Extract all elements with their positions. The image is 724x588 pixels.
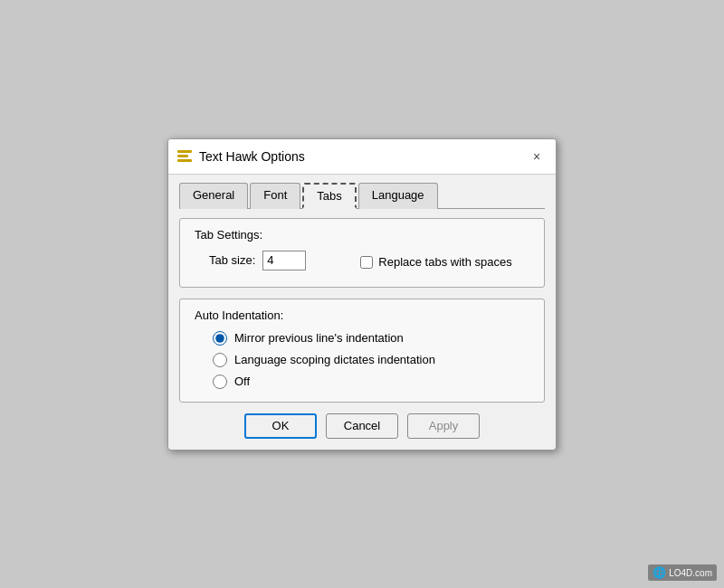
watermark-text: LO4D.com	[669, 568, 712, 578]
radio-row-language: Language scoping dictates indentation	[213, 353, 529, 367]
radio-language[interactable]	[213, 353, 227, 367]
buttons-row: OK Cancel Apply	[179, 413, 545, 439]
watermark-icon: 🌐	[653, 566, 666, 579]
replace-tabs-checkbox[interactable]	[360, 256, 373, 269]
close-button[interactable]: ×	[527, 147, 547, 166]
dialog-window: Text Hawk Options × General Font Tabs La…	[167, 138, 557, 450]
radio-off-label: Off	[234, 375, 250, 388]
tab-font[interactable]: Font	[250, 183, 300, 209]
replace-tabs-label: Replace tabs with spaces	[378, 255, 511, 269]
replace-tabs-row: Replace tabs with spaces	[360, 255, 511, 269]
dialog-body: General Font Tabs Language Tab Settings:…	[168, 175, 556, 450]
radio-mirror-label: Mirror previous line's indentation	[234, 331, 404, 345]
watermark: 🌐 LO4D.com	[648, 564, 717, 581]
tab-size-input[interactable]	[262, 251, 306, 270]
indentation-radio-group: Mirror previous line's indentation Langu…	[213, 331, 529, 389]
ok-button[interactable]: OK	[244, 413, 317, 439]
dialog-title: Text Hawk Options	[199, 149, 519, 164]
tab-size-label: Tab size:	[209, 253, 255, 267]
apply-button[interactable]: Apply	[407, 413, 480, 439]
cancel-button[interactable]: Cancel	[326, 413, 398, 439]
tab-settings-group: Tab Settings: Tab size: Replace tabs wit…	[179, 218, 545, 288]
tab-language[interactable]: Language	[358, 183, 438, 209]
title-bar: Text Hawk Options ×	[168, 139, 556, 175]
tab-size-row: Tab size:	[209, 251, 306, 270]
radio-language-label: Language scoping dictates indentation	[234, 353, 435, 366]
tab-tabs[interactable]: Tabs	[302, 183, 356, 209]
tabs-bar: General Font Tabs Language	[179, 182, 545, 209]
tab-settings-label: Tab Settings:	[195, 228, 529, 242]
auto-indentation-label: Auto Indentation:	[195, 308, 529, 322]
radio-mirror[interactable]	[213, 331, 227, 346]
radio-row-off: Off	[213, 375, 529, 389]
auto-indentation-group: Auto Indentation: Mirror previous line's…	[179, 299, 545, 403]
tab-general[interactable]: General	[179, 183, 248, 209]
app-icon	[177, 150, 192, 162]
radio-row-mirror: Mirror previous line's indentation	[213, 331, 529, 346]
radio-off[interactable]	[213, 375, 227, 389]
